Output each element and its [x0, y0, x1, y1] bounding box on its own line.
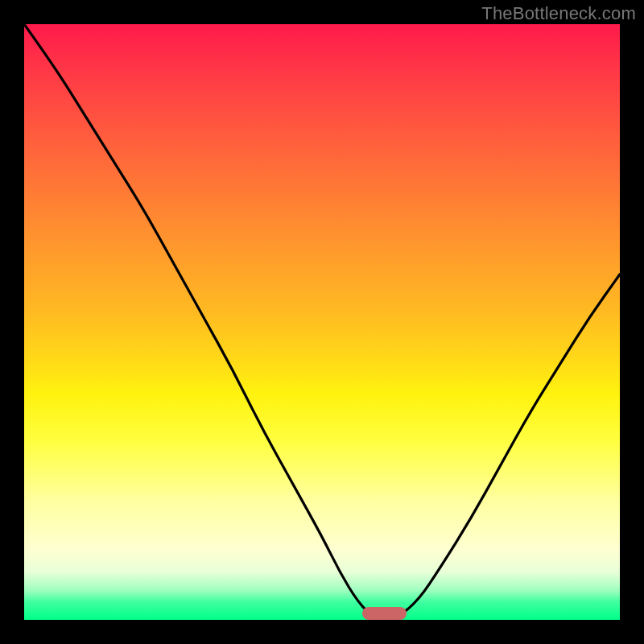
- chart-frame: TheBottleneck.com: [0, 0, 644, 644]
- plot-area: [24, 24, 620, 620]
- optimal-marker: [362, 607, 407, 620]
- curve-path: [24, 24, 620, 620]
- watermark-text: TheBottleneck.com: [481, 3, 636, 24]
- bottleneck-curve: [24, 24, 620, 620]
